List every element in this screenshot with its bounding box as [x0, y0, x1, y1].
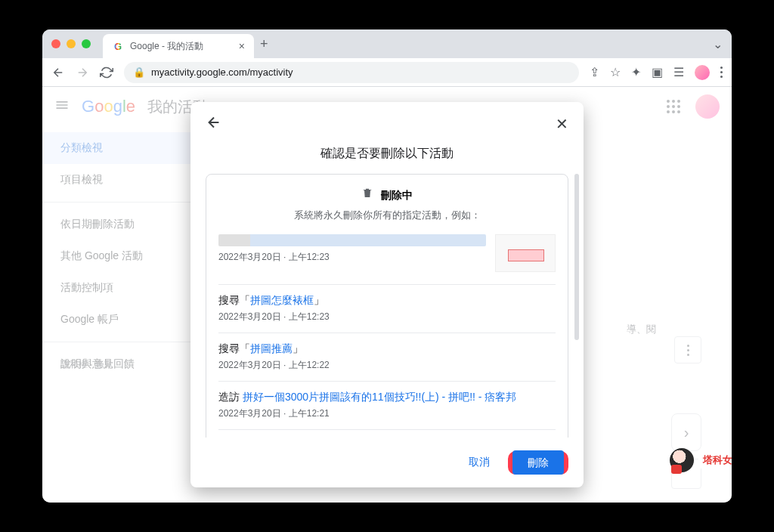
watermark-text: 塔科女子 — [698, 452, 732, 469]
delete-button-highlight: 刪除 — [508, 451, 568, 475]
cancel-button[interactable]: 取消 — [460, 450, 499, 475]
profile-avatar-icon[interactable] — [695, 65, 710, 80]
activity-link[interactable]: 拼圖推薦 — [250, 342, 293, 354]
activity-timestamp: 2022年3月20日 · 上午12:23 — [218, 311, 556, 323]
redacted-bar — [218, 234, 486, 246]
activity-item: 造訪 拼好一個3000片拼圖該有的11個技巧!!(上) - 拼吧!! - 痞客邦… — [218, 391, 556, 420]
item-divider — [218, 381, 556, 382]
nav-forward-button[interactable] — [76, 66, 89, 79]
activity-item: 搜尋「拼圖推薦」 2022年3月20日 · 上午12:22 — [218, 342, 556, 372]
watermark-icon — [670, 448, 694, 472]
redacted-thumbnail — [495, 234, 556, 272]
delete-button[interactable]: 刪除 — [512, 450, 564, 475]
tab-title: Google - 我的活動 — [130, 40, 203, 53]
item-divider — [218, 332, 556, 333]
scrollbar-thumb[interactable] — [574, 174, 579, 340]
browser-tab[interactable]: G Google - 我的活動 × — [103, 34, 254, 58]
share-icon[interactable]: ⇪ — [590, 65, 599, 79]
nav-reload-button[interactable] — [100, 66, 113, 79]
dialog-close-button[interactable]: ✕ — [556, 115, 568, 133]
delete-summary-box: 刪除中 系統將永久刪除你所有的指定活動，例如： 2022年3月20日 · 上午1… — [206, 174, 568, 438]
activity-text: 搜尋「拼圖推薦」 — [218, 342, 556, 356]
extensions-icon[interactable]: ✦ — [631, 65, 641, 79]
activity-timestamp: 2022年3月20日 · 上午12:23 — [218, 251, 486, 264]
browser-window: G Google - 我的活動 × + ⌄ 🔒 myactivity.googl… — [42, 29, 732, 503]
dialog-back-button[interactable] — [206, 114, 222, 134]
url-text: myactivity.google.com/myactivity — [151, 66, 293, 78]
dialog-title: 確認是否要刪除以下活動 — [190, 140, 584, 174]
cast-icon[interactable]: ▣ — [652, 65, 663, 79]
activity-timestamp: 2022年3月20日 · 上午12:22 — [218, 359, 556, 372]
window-minimize-button[interactable] — [67, 39, 76, 48]
chrome-tab-strip: G Google - 我的活動 × + ⌄ — [42, 29, 732, 58]
toolbar-right: ⇪ ☆ ✦ ▣ ☰ — [590, 65, 723, 80]
activity-item: 搜尋「拼圖怎麼裱框」 2022年3月20日 · 上午12:23 — [218, 294, 556, 323]
activity-link[interactable]: 拼圖怎麼裱框 — [250, 294, 314, 306]
dialog-header: ✕ — [190, 102, 584, 140]
chrome-menu-icon[interactable] — [720, 66, 723, 78]
delete-heading-text: 刪除中 — [381, 189, 413, 203]
item-divider — [218, 284, 556, 285]
address-bar: 🔒 myactivity.google.com/myactivity ⇪ ☆ ✦… — [42, 58, 732, 87]
delete-confirmation-dialog: ✕ 確認是否要刪除以下活動 刪除中 系統將永久刪除你所有的指定活動，例如： — [190, 102, 584, 487]
bookmark-icon[interactable]: ☆ — [610, 65, 621, 79]
lock-icon: 🔒 — [133, 66, 145, 78]
nav-back-button[interactable] — [51, 66, 65, 79]
tab-overflow-icon[interactable]: ⌄ — [713, 37, 723, 51]
activity-link[interactable]: 拼好一個3000片拼圖該有的11個技巧!!(上) - 拼吧!! - 痞客邦 — [243, 391, 516, 403]
new-tab-button[interactable]: + — [260, 36, 268, 52]
delete-subtitle: 系統將永久刪除你所有的指定活動，例如： — [218, 209, 556, 222]
tab-close-icon[interactable]: × — [239, 40, 245, 52]
window-close-button[interactable] — [51, 39, 60, 48]
watermark: 塔科女子 — [670, 448, 732, 472]
trash-icon — [361, 188, 376, 201]
item-divider — [218, 429, 556, 430]
url-input[interactable]: 🔒 myactivity.google.com/myactivity — [124, 62, 579, 83]
window-maximize-button[interactable] — [82, 39, 91, 48]
activity-text: 搜尋「拼圖怎麼裱框」 — [218, 294, 556, 308]
activity-timestamp: 2022年3月20日 · 上午12:21 — [218, 407, 556, 420]
activity-item-redacted: 2022年3月20日 · 上午12:23 — [218, 234, 556, 272]
page-content: Google 我的活動 分類檢視 項目檢視 依日期刪除活動 其他 Google … — [42, 87, 732, 503]
activity-text: 造訪 拼好一個3000片拼圖該有的11個技巧!!(上) - 拼吧!! - 痞客邦 — [218, 391, 556, 404]
tab-favicon: G — [112, 40, 124, 52]
dialog-footer: 取消 刪除 — [190, 438, 584, 487]
dialog-body: 刪除中 系統將永久刪除你所有的指定活動，例如： 2022年3月20日 · 上午1… — [190, 174, 584, 438]
delete-heading: 刪除中 — [218, 187, 556, 203]
window-controls — [51, 39, 91, 48]
reading-list-icon[interactable]: ☰ — [673, 65, 684, 79]
